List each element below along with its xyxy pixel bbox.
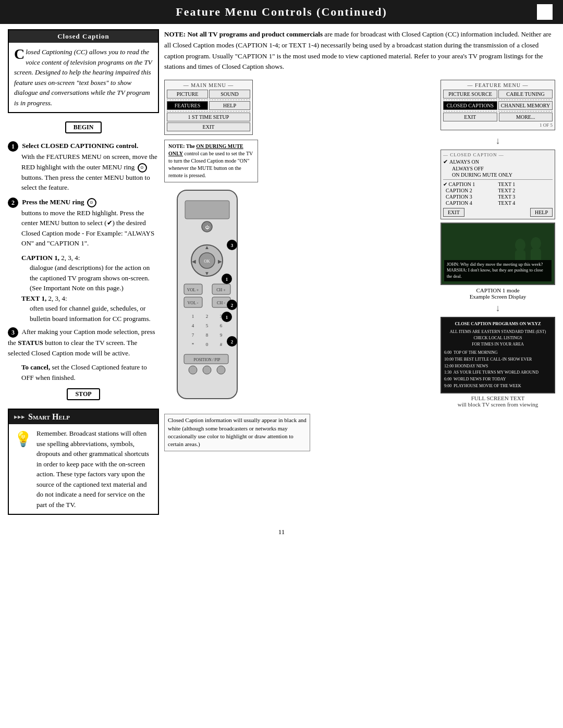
cc-text2: TEXT 2 bbox=[498, 188, 553, 193]
feature-btn-channel-memory: CHANNEL MEMORY bbox=[498, 101, 553, 110]
svg-point-34 bbox=[203, 366, 211, 374]
svg-text:CH +: CH + bbox=[216, 288, 226, 292]
caption-overlay-text: JOHN: Why did they move the meeting up t… bbox=[444, 260, 552, 282]
menu-btn-help: HELP bbox=[209, 101, 250, 110]
svg-text:◀: ◀ bbox=[192, 258, 196, 264]
cc-text4: TEXT 4 bbox=[498, 200, 553, 206]
svg-text:#: # bbox=[220, 342, 223, 347]
svg-text:3: 3 bbox=[231, 243, 234, 248]
menu-ring-icon-1: ⊙ bbox=[138, 163, 147, 172]
cc-text3: TEXT 3 bbox=[498, 194, 553, 200]
svg-text:⏻: ⏻ bbox=[205, 225, 210, 230]
svg-text:CH -: CH - bbox=[217, 301, 225, 305]
begin-button-container: BEGIN bbox=[8, 118, 159, 137]
full-screen-text-box: CLOSE CAPTION PROGRAMS ON WXYZ ALL ITEMS… bbox=[440, 317, 555, 393]
note-bold: NOTE: Not all TV programs and product co… bbox=[164, 30, 323, 38]
cc-caption2: CAPTION 2 bbox=[443, 188, 498, 193]
page-number: 11 bbox=[0, 523, 563, 541]
svg-text:▲: ▲ bbox=[204, 244, 210, 250]
svg-rect-1 bbox=[185, 201, 229, 219]
cc-menu-box: — CLOSED CAPTION — ✔ ALWAYS ON ALWAYS OF… bbox=[440, 150, 555, 219]
diagrams-row: — MAIN MENU — PICTURE SOUND FEATURES HEL… bbox=[164, 80, 555, 451]
step-3-number: 3 bbox=[8, 327, 18, 338]
full-screen-text-container: CLOSE CAPTION PROGRAMS ON WXYZ ALL ITEMS… bbox=[440, 317, 555, 408]
cc-help-btn: HELP bbox=[530, 208, 553, 217]
svg-point-35 bbox=[217, 366, 225, 374]
bulb-icon: 💡 bbox=[14, 428, 32, 510]
page-of-label: 1 OF 5 bbox=[443, 122, 553, 128]
small-caption-note: Closed Caption information will usually … bbox=[164, 414, 310, 451]
cc-footer: EXIT HELP bbox=[443, 208, 553, 217]
cancel-section: To cancel, set the Closed Captioned feat… bbox=[21, 362, 159, 382]
on-during-note: NOTE: The ON DURING MUTE ONLY control ca… bbox=[164, 140, 258, 182]
text-1-section: TEXT 1, 2, 3, 4: often used for channel … bbox=[21, 293, 159, 324]
svg-point-46 bbox=[515, 239, 525, 251]
svg-text:5: 5 bbox=[206, 323, 209, 328]
smart-help-title: ▸▸▸ Smart Help bbox=[9, 410, 158, 424]
stop-button-container: STOP bbox=[8, 385, 159, 403]
svg-text:▶: ▶ bbox=[218, 258, 222, 264]
closed-caption-title: Closed Caption bbox=[9, 30, 158, 43]
cc-menu-section-label: — CLOSED CAPTION — bbox=[443, 152, 553, 157]
feature-btn-exit: EXIT bbox=[443, 113, 497, 121]
fst-label: FULL SCREEN TEXT will block TV screen fr… bbox=[440, 395, 555, 408]
smart-help-label: Smart Help bbox=[28, 412, 70, 422]
smart-help-box: ▸▸▸ Smart Help 💡 Remember. Broadcast sta… bbox=[8, 409, 159, 515]
step-1-number: 1 bbox=[8, 141, 18, 152]
cc-two-col: ✔ CAPTION 1 TEXT 1 CAPTION 2 TEXT 2 CAPT… bbox=[443, 181, 553, 206]
caption-screen-container: JOHN: Why did they move the meeting up t… bbox=[440, 223, 555, 300]
main-menu-grid: PICTURE SOUND bbox=[167, 90, 250, 98]
smart-help-body: 💡 Remember. Broadcast stations will ofte… bbox=[9, 424, 158, 514]
feature-btn-picture-source: PICTURE SOURCE bbox=[443, 90, 497, 98]
main-menu-box: — MAIN MENU — PICTURE SOUND FEATURES HEL… bbox=[164, 80, 253, 135]
feature-menu-label: — FEATURE MENU — bbox=[443, 82, 553, 88]
fst-items: 6:00 TOP OF THE MORNING 10:00 THE BEST L… bbox=[444, 350, 552, 390]
corner-decoration bbox=[537, 4, 553, 20]
caption-desc: dialogue (and descriptions) for the acti… bbox=[30, 263, 159, 293]
step-1-title: Select CLOSED CAPTIONING control. bbox=[22, 142, 138, 150]
step-1: 1 Select CLOSED CAPTIONING control. With… bbox=[8, 141, 159, 193]
page-header: Feature Menu Controls (Continued) bbox=[0, 0, 563, 24]
step-3-body: After making your Caption mode selection… bbox=[8, 328, 155, 357]
feature-bottom-row: EXIT MORE... bbox=[443, 113, 553, 121]
begin-button: BEGIN bbox=[65, 121, 102, 133]
cc-intro-text: losed Captioning (CC) allows you to read… bbox=[14, 48, 152, 107]
text-header: TEXT 1, bbox=[21, 294, 46, 302]
svg-text:8: 8 bbox=[206, 332, 209, 338]
caption-screen: JOHN: Why did they move the meeting up t… bbox=[440, 223, 555, 285]
feature-menu-grid: PICTURE SOURCE CABLE TUNING bbox=[443, 90, 553, 98]
page-title: Feature Menu Controls (Continued) bbox=[176, 5, 387, 19]
right-column: NOTE: Not all TV programs and product co… bbox=[164, 29, 555, 515]
feature-btn-more: MORE... bbox=[499, 113, 553, 121]
menu-btn-exit: EXIT bbox=[167, 122, 250, 131]
smart-help-text: Remember. Broadcast stations will often … bbox=[36, 428, 153, 510]
caption-1-section: CAPTION 1, 2, 3, 4: dialogue (and descri… bbox=[21, 253, 159, 293]
menu-btn-features: FEATURES bbox=[167, 101, 208, 110]
menu-divider-2 bbox=[167, 111, 250, 112]
svg-text:0: 0 bbox=[206, 342, 209, 347]
svg-text:1: 1 bbox=[226, 315, 228, 320]
stop-button: STOP bbox=[67, 388, 100, 400]
cc-always-on: ✔ ALWAYS ON bbox=[443, 158, 553, 165]
menu-ring-icon-2: ⊙ bbox=[87, 198, 96, 207]
svg-text:7: 7 bbox=[192, 332, 194, 338]
arrow-down-2: ↓ bbox=[440, 303, 555, 314]
feature-btn-closed-captions: CLOSED CAPTIONS bbox=[443, 101, 497, 110]
cc-on-during-mute: ON DURING MUTE ONLY bbox=[443, 172, 553, 178]
feature-menu-grid-2: CLOSED CAPTIONS CHANNEL MEMORY bbox=[443, 101, 553, 110]
left-column: Closed Caption C losed Captioning (CC) a… bbox=[8, 29, 159, 515]
right-diagrams: — FEATURE MENU — PICTURE SOURCE CABLE TU… bbox=[440, 80, 555, 408]
smart-help-icon: ▸▸▸ bbox=[14, 413, 25, 421]
cc-exit-btn: EXIT bbox=[443, 208, 464, 217]
svg-text:▼: ▼ bbox=[204, 270, 210, 276]
main-menu-grid-2: FEATURES HELP bbox=[167, 101, 250, 110]
menu-btn-setup: 1 ST TIME SETUP bbox=[167, 113, 250, 121]
cc-caption4: CAPTION 4 bbox=[443, 200, 498, 206]
step-2-body: buttons to move the RED highlight. Press… bbox=[21, 208, 159, 249]
left-diagrams: — MAIN MENU — PICTURE SOUND FEATURES HEL… bbox=[164, 80, 435, 451]
note-box: NOTE: Not all TV programs and product co… bbox=[164, 29, 555, 76]
step-1-body: With the FEATURES MENU on screen, move t… bbox=[21, 152, 159, 193]
step-2: 2 Press the MENU ring ⊙ buttons to move … bbox=[8, 197, 159, 249]
drop-cap: C bbox=[14, 47, 25, 61]
remote-control: ⏻ OK ▲ ▼ ◀ ▶ VOL + CH + bbox=[164, 188, 253, 409]
